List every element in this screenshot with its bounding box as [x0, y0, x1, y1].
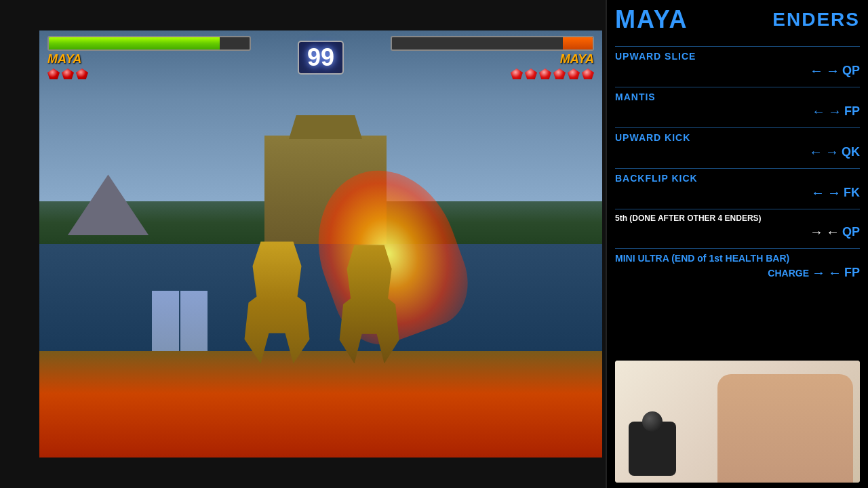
arrow-left-4: ← — [811, 185, 825, 201]
arrow-right-3: → — [825, 144, 839, 160]
mini-ultra-title: MINI ULTRA (END of 1st HEALTH BAR) — [615, 253, 860, 264]
move-name-mantis: MANTIS — [615, 92, 860, 102]
char-name: MAYA — [615, 5, 688, 34]
move-input-backflip-kick: ← → FK — [615, 185, 860, 201]
arrow-left-2: ← — [812, 104, 825, 119]
move-input-upward-kick: ← → QK — [615, 144, 860, 160]
camera-view — [615, 361, 860, 483]
fifth-ender-input: → ← QP — [615, 224, 860, 240]
mini-ultra-input: CHARGE → ← FP — [615, 265, 860, 281]
btn-fp-mini: FP — [844, 266, 860, 280]
divider-3 — [615, 168, 860, 169]
arrow-right-1: → — [826, 63, 840, 79]
arrow-right-5: → — [810, 224, 823, 240]
arrow-right-2: → — [828, 104, 842, 119]
game-area: MAYA 99 MAYA — [0, 0, 606, 488]
ground — [39, 351, 602, 458]
divider-5 — [615, 248, 860, 249]
btn-qp-5: QP — [842, 225, 860, 239]
move-input-upward-slice: ← → QP — [615, 63, 860, 79]
fifth-ender-note: 5th (DONE AFTER OTHER 4 ENDERS) — [615, 214, 860, 223]
divider-2 — [615, 127, 860, 128]
panel-header: MAYA ENDERS — [615, 5, 860, 37]
move-upward-slice: UPWARD SLICE ← → QP — [615, 51, 860, 79]
move-mini-ultra: MINI ULTRA (END of 1st HEALTH BAR) CHARG… — [615, 253, 860, 281]
btn-fk-1: FK — [844, 186, 860, 200]
move-input-mantis: ← → FP — [615, 104, 860, 119]
btn-fp-1: FP — [844, 104, 860, 119]
move-backflip-kick: BACKFLIP KICK ← → FK — [615, 173, 860, 201]
arrow-left-5: ← — [826, 224, 840, 240]
stick-ball — [642, 411, 663, 432]
move-mantis: MANTIS ← → FP — [615, 92, 860, 119]
arrow-left-1: ← — [810, 63, 823, 79]
arrow-left-6: ← — [828, 265, 842, 281]
move-name-upward-slice: UPWARD SLICE — [615, 51, 860, 62]
right-panel: MAYA ENDERS UPWARD SLICE ← → QP MANTIS ←… — [606, 0, 868, 488]
arrow-left-3: ← — [809, 144, 823, 160]
charge-label: CHARGE — [768, 268, 809, 279]
divider-4 — [615, 209, 860, 209]
btn-qk-1: QK — [842, 145, 860, 159]
btn-qp-1: QP — [842, 64, 860, 78]
move-fifth-ender: 5th (DONE AFTER OTHER 4 ENDERS) → ← QP — [615, 214, 860, 240]
hand-area — [717, 374, 853, 483]
move-name-backflip-kick: BACKFLIP KICK — [615, 173, 860, 184]
move-name-upward-kick: UPWARD KICK — [615, 132, 860, 143]
arrow-right-6: → — [812, 265, 825, 281]
game-canvas — [39, 30, 602, 458]
arrow-right-4: → — [827, 185, 841, 201]
move-upward-kick: UPWARD KICK ← → QK — [615, 132, 860, 160]
divider-top — [615, 46, 860, 47]
arcade-stick — [629, 408, 683, 476]
section-title: ENDERS — [772, 9, 860, 30]
divider-1 — [615, 87, 860, 87]
